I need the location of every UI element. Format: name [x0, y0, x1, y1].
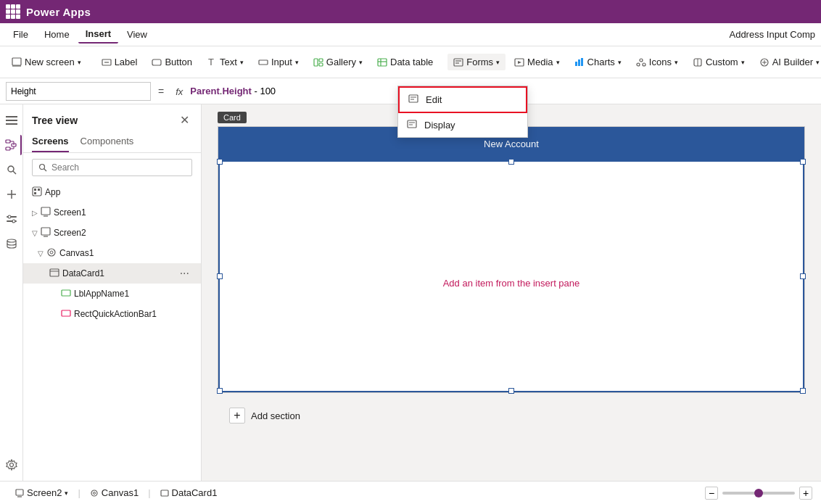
data-table-button[interactable]: Data table	[371, 54, 439, 70]
datacard1-more-button[interactable]: ···	[177, 267, 192, 280]
sidebar-icon-menu[interactable]	[1, 110, 22, 131]
svg-rect-57	[41, 207, 50, 215]
forms-dropdown-menu: Edit Display	[397, 104, 528, 138]
svg-point-61	[48, 249, 55, 256]
menu-insert[interactable]: Insert	[78, 25, 118, 44]
tree-panel: Tree view ✕ Screens Components App ▷	[23, 104, 202, 481]
svg-rect-0	[12, 58, 21, 65]
dropdown-item-edit-label: Edit	[426, 104, 442, 105]
status-datacard-icon	[160, 489, 169, 497]
ai-builder-button[interactable]: AI Builder ▾	[754, 54, 821, 70]
controls-icon	[6, 213, 17, 225]
media-arrow: ▾	[556, 59, 560, 66]
icons-button[interactable]: Icons ▾	[630, 54, 684, 70]
sidebar-icon-controls[interactable]	[1, 209, 22, 229]
tree-item-screen1[interactable]: ▷ Screen1	[23, 202, 201, 223]
sidebar-icon-settings[interactable]	[1, 455, 22, 475]
waffle-icon[interactable]	[6, 4, 20, 19]
tree-item-app[interactable]: App	[23, 182, 201, 202]
svg-point-76	[93, 492, 95, 494]
zoom-out-button[interactable]: −	[705, 487, 718, 500]
dropdown-item-display[interactable]: Display	[398, 113, 527, 137]
search-input[interactable]	[51, 162, 186, 173]
status-canvas1[interactable]: Canvas1	[83, 485, 145, 500]
app-title: Power Apps	[26, 6, 91, 18]
form-card[interactable]: New Account Add an item from the insert …	[218, 126, 805, 393]
sidebar-icon-data[interactable]	[1, 234, 22, 254]
new-screen-button[interactable]: New screen ▾	[6, 54, 87, 70]
tab-screens[interactable]: Screens	[32, 133, 69, 152]
tree-item-rectquickactionbar1-label: RectQuickActionBar1	[74, 309, 157, 319]
sidebar-icon-tree[interactable]	[1, 135, 22, 155]
status-datacard[interactable]: DataCard1	[154, 485, 224, 500]
handle-tr[interactable]	[800, 159, 806, 165]
menu-file[interactable]: File	[6, 26, 36, 43]
status-datacard-label: DataCard1	[172, 487, 218, 498]
svg-point-48	[12, 220, 15, 223]
forms-icon	[453, 57, 463, 67]
data-icon	[6, 238, 17, 249]
fx-button[interactable]: fx	[171, 86, 187, 97]
sidebar-icons	[0, 104, 23, 481]
zoom-control: − +	[705, 487, 812, 500]
media-button[interactable]: Media ▾	[508, 54, 565, 70]
zoom-in-button[interactable]: +	[799, 487, 812, 500]
svg-point-23	[643, 63, 645, 66]
canvas-area[interactable]: Edit Display Card New Account	[202, 104, 821, 481]
data-table-icon	[377, 57, 387, 67]
svg-rect-70	[408, 120, 416, 128]
gallery-arrow: ▾	[359, 59, 363, 66]
tree-item-rectquickactionbar1[interactable]: RectQuickActionBar1	[23, 304, 201, 324]
dropdown-item-edit[interactable]: Edit	[398, 104, 527, 113]
data-table-btn-label: Data table	[390, 57, 433, 67]
title-bar: Power Apps	[0, 0, 821, 23]
handle-bm[interactable]	[508, 388, 514, 394]
label-button[interactable]: Label	[96, 54, 144, 70]
svg-rect-66	[62, 310, 70, 316]
add-section-button[interactable]: + Add section	[218, 399, 805, 432]
svg-point-50	[9, 463, 13, 467]
input-btn-label: Input	[271, 57, 292, 67]
input-button[interactable]: Input ▾	[252, 54, 305, 70]
form-body[interactable]: Add an item from the insert pane	[218, 160, 804, 392]
sidebar-icon-search[interactable]	[1, 160, 22, 180]
menu-view[interactable]: View	[120, 26, 154, 43]
property-selector[interactable]: Height	[6, 82, 151, 101]
tree-search-box[interactable]	[32, 159, 192, 176]
custom-arrow: ▾	[741, 59, 745, 66]
handle-ml[interactable]	[217, 273, 223, 279]
waffle-menu[interactable]	[6, 4, 20, 19]
svg-rect-55	[38, 189, 40, 191]
ai-builder-icon	[759, 57, 770, 67]
toolbar: New screen ▾ Label Button T Text ▾ Input…	[0, 46, 821, 78]
handle-br[interactable]	[800, 388, 806, 394]
handle-tm[interactable]	[508, 159, 514, 165]
display-form-icon	[407, 119, 417, 131]
main-container: Tree view ✕ Screens Components App ▷	[0, 104, 821, 481]
tree-item-screen2[interactable]: ▽ Screen2	[23, 223, 201, 243]
status-screen2[interactable]: Screen2 ▾	[9, 485, 75, 500]
label-btn-label: Label	[115, 57, 138, 67]
tree-item-lblappname1[interactable]: LblAppName1	[23, 284, 201, 304]
zoom-slider[interactable]	[722, 492, 795, 495]
handle-bl[interactable]	[217, 388, 223, 394]
ai-builder-btn-label: AI Builder	[772, 57, 813, 67]
text-button[interactable]: T Text ▾	[201, 54, 249, 70]
custom-button[interactable]: Custom ▾	[687, 54, 751, 70]
svg-point-75	[91, 490, 97, 496]
tab-components[interactable]: Components	[81, 133, 134, 152]
svg-text:T: T	[208, 57, 214, 67]
svg-point-21	[640, 59, 643, 62]
handle-tl[interactable]	[217, 159, 223, 165]
tree-close-button[interactable]: ✕	[177, 112, 192, 128]
tree-item-screen2-label: Screen2	[54, 228, 86, 238]
gallery-button[interactable]: Gallery ▾	[308, 54, 368, 70]
tree-item-canvas1[interactable]: ▽ Canvas1	[23, 243, 201, 263]
menu-home[interactable]: Home	[37, 26, 77, 43]
charts-button[interactable]: Charts ▾	[569, 54, 627, 70]
forms-button[interactable]: Forms ▾	[447, 54, 506, 70]
sidebar-icon-add[interactable]	[1, 184, 22, 205]
tree-item-datacard1[interactable]: DataCard1 ···	[23, 263, 201, 284]
handle-mr[interactable]	[800, 273, 806, 279]
button-button[interactable]: Button	[146, 54, 198, 70]
